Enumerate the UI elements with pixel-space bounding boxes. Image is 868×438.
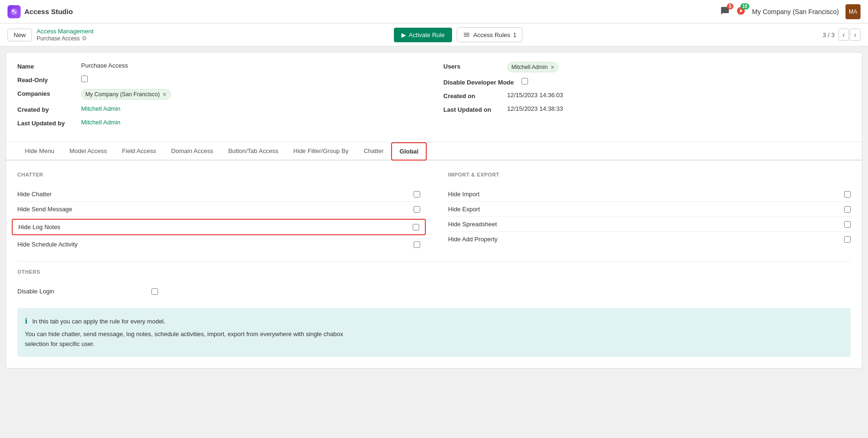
field-row-hide-add-property: Hide Add Property [448, 232, 851, 246]
messages-icon-btn[interactable]: 5 [720, 6, 730, 17]
field-row-hide-schedule-activity: Hide Schedule Activity [17, 237, 420, 252]
info-box: ℹ In this tab you can apply the rule for… [17, 308, 851, 357]
field-row-hide-import: Hide Import [448, 187, 851, 202]
sub-header-center: ▶ Activate Rule Access Rules 1 [394, 27, 523, 42]
disable-login-label: Disable Login [17, 288, 54, 295]
hide-schedule-activity-label: Hide Schedule Activity [17, 241, 78, 248]
created-on-value: 12/15/2023 14:36:03 [507, 92, 563, 99]
tab-button-tab-access[interactable]: Button/Tab Access [221, 143, 286, 160]
sub-header-left: New Access Management Purchase Access ⚙ [8, 28, 93, 42]
field-row-hide-log-notes: Hide Log Notes [12, 219, 426, 235]
nav-right: 5 10 My Company (San Francisco) MA [720, 4, 860, 19]
main-content: Name Purchase Access Read-Only Companies… [6, 52, 862, 369]
play-icon: ▶ [401, 31, 406, 38]
form-row-last-updated-by: Last Updated by Mitchell Admin [17, 119, 425, 127]
form-grid: Name Purchase Access Read-Only Companies… [17, 62, 851, 132]
form-row-companies: Companies My Company (San Francisco) × [17, 89, 425, 100]
tab-model-access[interactable]: Model Access [62, 143, 114, 160]
activity-icon-btn[interactable]: 10 [736, 6, 746, 17]
others-section: OTHERS Disable Login [17, 261, 851, 299]
user-avatar[interactable]: MA [845, 4, 860, 19]
user-tag-close[interactable]: × [551, 63, 554, 71]
tab-field-access[interactable]: Field Access [114, 143, 164, 160]
hide-log-notes-checkbox[interactable] [413, 224, 419, 231]
readonly-checkbox[interactable] [81, 76, 88, 82]
svg-point-0 [11, 8, 17, 15]
new-button[interactable]: New [8, 29, 32, 41]
next-arrow[interactable]: › [850, 29, 860, 41]
app-logo: Access Studio [8, 5, 73, 18]
tab-chatter[interactable]: Chatter [356, 143, 391, 160]
company-tag-close[interactable]: × [163, 91, 166, 98]
companies-tags: My Company (San Francisco) × [81, 89, 171, 100]
form-row-disable-dev: Disable Developer Mode [444, 78, 851, 86]
created-by-value[interactable]: Mitchell Admin [81, 105, 121, 112]
others-section-title: OTHERS [17, 269, 851, 277]
name-value: Purchase Access [81, 62, 128, 69]
companies-label: Companies [17, 89, 74, 97]
disable-dev-label: Disable Developer Mode [444, 78, 514, 86]
chatter-section-title: CHATTER [17, 172, 420, 179]
hide-chatter-checkbox[interactable] [414, 191, 420, 198]
name-label: Name [17, 62, 74, 70]
disable-login-checkbox[interactable] [151, 288, 158, 295]
form-section: Name Purchase Access Read-Only Companies… [6, 53, 862, 142]
tab-domain-access[interactable]: Domain Access [164, 143, 221, 160]
form-row-users: Users Mitchell Admin × [444, 62, 851, 72]
two-col-content: CHATTER Hide Chatter Hide Send Message H… [17, 172, 851, 252]
form-left: Name Purchase Access Read-Only Companies… [17, 62, 425, 132]
form-right: Users Mitchell Admin × Disable Developer… [444, 62, 851, 132]
info-line3: selection for specific user. [25, 339, 843, 349]
app-name: Access Studio [24, 8, 73, 15]
created-on-label: Created on [444, 92, 500, 100]
field-row-hide-chatter: Hide Chatter [17, 187, 420, 202]
hide-schedule-activity-checkbox[interactable] [414, 241, 420, 248]
tab-hide-filter[interactable]: Hide Filter/Group By [286, 143, 356, 160]
tab-global[interactable]: Global [391, 142, 427, 161]
svg-rect-2 [15, 12, 16, 13]
last-updated-by-value[interactable]: Mitchell Admin [81, 119, 121, 126]
prev-arrow[interactable]: ‹ [838, 29, 849, 41]
gear-icon[interactable]: ⚙ [82, 35, 87, 42]
created-by-label: Created by [17, 105, 74, 113]
last-updated-on-label: Last Updated on [444, 105, 500, 113]
hide-import-label: Hide Import [448, 191, 480, 198]
chatter-column: CHATTER Hide Chatter Hide Send Message H… [17, 172, 420, 252]
hide-chatter-label: Hide Chatter [17, 191, 52, 198]
form-row-readonly: Read-Only [17, 76, 425, 84]
readonly-label: Read-Only [17, 76, 74, 84]
hide-import-checkbox[interactable] [844, 191, 851, 198]
hide-add-property-checkbox[interactable] [844, 236, 851, 243]
hide-add-property-label: Hide Add Property [448, 236, 498, 243]
messages-badge: 5 [727, 3, 733, 9]
disable-dev-checkbox[interactable] [521, 78, 528, 85]
company-display: My Company (San Francisco) [752, 8, 839, 15]
last-updated-on-value: 12/15/2023 14:38:33 [507, 105, 563, 112]
breadcrumb-parent[interactable]: Access Management [37, 28, 93, 35]
activate-rule-button[interactable]: ▶ Activate Rule [394, 28, 453, 42]
tab-hide-menu[interactable]: Hide Menu [17, 143, 62, 160]
logo-icon [8, 5, 21, 18]
access-rules-button[interactable]: Access Rules 1 [457, 27, 522, 42]
hide-log-notes-label: Hide Log Notes [18, 223, 60, 231]
svg-rect-1 [12, 10, 14, 12]
hide-spreadsheet-checkbox[interactable] [844, 221, 851, 228]
info-icon: ℹ [25, 317, 28, 325]
nav-left: Access Studio [8, 5, 73, 18]
hide-export-checkbox[interactable] [844, 206, 851, 213]
pagination-display: 3 / 3 [823, 31, 834, 38]
field-row-hide-spreadsheet: Hide Spreadsheet [448, 217, 851, 232]
tabs-bar: Hide Menu Model Access Field Access Doma… [6, 142, 862, 161]
form-row-created-on: Created on 12/15/2023 14:36:03 [444, 92, 851, 100]
field-row-hide-send-message: Hide Send Message [17, 202, 420, 217]
hide-send-message-checkbox[interactable] [414, 206, 420, 213]
users-tags: Mitchell Admin × [507, 62, 559, 72]
field-row-hide-export: Hide Export [448, 202, 851, 217]
sub-header: New Access Management Purchase Access ⚙ … [0, 23, 868, 46]
hide-send-message-label: Hide Send Message [17, 206, 72, 213]
hide-export-label: Hide Export [448, 206, 480, 213]
company-tag: My Company (San Francisco) × [81, 89, 171, 100]
breadcrumb: Access Management Purchase Access ⚙ [37, 28, 93, 42]
hide-spreadsheet-label: Hide Spreadsheet [448, 221, 497, 228]
field-row-disable-login: Disable Login [17, 284, 158, 299]
